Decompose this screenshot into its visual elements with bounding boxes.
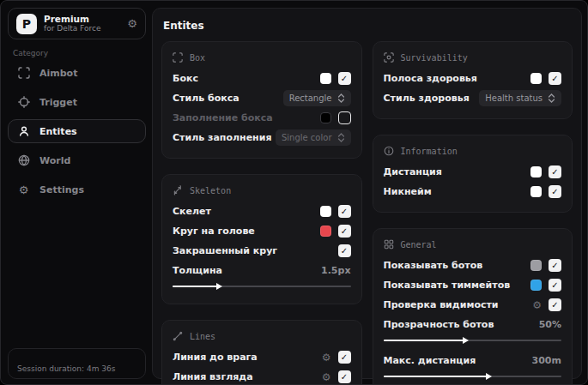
setting-row: Заполнение бокса: [173, 108, 351, 128]
box-style-select[interactable]: Rectangle: [283, 90, 351, 106]
setting-label: Заполнение бокса: [173, 112, 273, 123]
gear-icon[interactable]: ⚙: [322, 352, 331, 363]
card-title: Survivability: [401, 53, 468, 63]
slider-fill[interactable]: [384, 376, 487, 377]
setting-row: Показывать тиммейтов: [384, 275, 562, 295]
card-lines-header: Lines: [173, 331, 351, 341]
setting-row: Макс. дистанция 300m: [384, 351, 562, 370]
main-panel: Entites Box Бокс: [152, 8, 582, 379]
card-information: Information Дистанция Никнейм: [373, 135, 573, 213]
setting-row: Показывать ботов: [384, 256, 562, 275]
select-value: Health status: [485, 93, 543, 103]
sidebar-item-trigget[interactable]: Trigget: [8, 90, 146, 114]
select-value: Rectangle: [289, 93, 332, 103]
setting-row: Никнейм: [384, 182, 562, 202]
sidebar-item-label: World: [39, 155, 70, 166]
premium-title-block: Premium for Delta Force: [44, 14, 120, 33]
setting-label: Линия до врага: [173, 352, 258, 363]
checkbox[interactable]: [338, 111, 351, 124]
sidebar-item-entites[interactable]: Entites: [8, 119, 146, 143]
setting-row: Скелет: [173, 202, 351, 221]
setting-row: Стиль здоровья Health status: [384, 88, 562, 108]
checkbox[interactable]: [549, 72, 561, 85]
crosshair-icon: [17, 96, 30, 109]
color-swatch[interactable]: [320, 73, 331, 84]
setting-row: Прозрачность ботов 50%: [384, 315, 562, 334]
fill-style-select[interactable]: Single color: [276, 129, 351, 146]
checkbox[interactable]: [338, 72, 351, 85]
left-column: Box Бокс Стиль бокса Rectangle: [161, 41, 362, 385]
slider-fill[interactable]: [384, 340, 464, 341]
card-box-header: Box: [173, 52, 351, 63]
checkbox[interactable]: [549, 165, 561, 178]
setting-label: Бокс: [173, 73, 198, 84]
setting-row: Бокс: [173, 69, 351, 88]
slider-value: 300m: [532, 355, 561, 366]
slider-fill[interactable]: [173, 286, 217, 287]
checkbox[interactable]: [549, 185, 561, 198]
color-swatch[interactable]: [530, 186, 542, 197]
sidebar-item-world[interactable]: World: [8, 148, 146, 172]
session-duration-box: Session duration: 4m 36s: [8, 348, 146, 379]
checkbox[interactable]: [549, 279, 561, 292]
globe-icon: [17, 154, 30, 167]
checkbox[interactable]: [549, 259, 561, 272]
sidebar-item-settings[interactable]: ⚙ Settings: [8, 177, 146, 202]
health-style-select[interactable]: Health status: [479, 90, 561, 106]
color-swatch[interactable]: [320, 226, 331, 237]
setting-label: Макс. дистанция: [384, 355, 476, 366]
card-title: General: [401, 240, 437, 250]
setting-row: Полоса здоровья: [384, 69, 562, 88]
setting-row: Линия взгляда ⚙: [173, 367, 351, 385]
page-title: Entites: [163, 20, 581, 32]
card-information-header: Information: [384, 146, 562, 156]
bone-icon: [173, 185, 183, 196]
setting-label: Стиль здоровья: [384, 93, 470, 104]
checkbox[interactable]: [338, 205, 351, 218]
max-distance-slider[interactable]: [384, 372, 562, 381]
card-lines: Lines Линия до врага ⚙ Линия взгляда ⚙: [161, 320, 362, 385]
setting-label: Показывать тиммейтов: [384, 280, 511, 291]
checkbox[interactable]: [549, 298, 561, 311]
checkbox[interactable]: [338, 351, 351, 364]
color-swatch[interactable]: [530, 260, 542, 271]
checkbox[interactable]: [338, 244, 351, 257]
setting-row: Круг на голове: [173, 221, 351, 241]
checkbox[interactable]: [338, 370, 351, 383]
sidebar-item-label: Trigget: [39, 97, 77, 108]
card-survivability-header: Survivability: [384, 52, 562, 63]
slider-value: 1.5px: [321, 265, 350, 276]
checkbox[interactable]: [338, 225, 351, 238]
select-value: Single color: [282, 133, 332, 142]
person-icon: [17, 125, 30, 138]
setting-row: Стиль бокса Rectangle: [173, 88, 351, 108]
color-swatch[interactable]: [530, 73, 542, 84]
color-swatch[interactable]: [530, 280, 542, 291]
setting-label: Скелет: [173, 206, 211, 217]
category-label: Category: [13, 49, 48, 57]
gear-icon[interactable]: ⚙: [322, 372, 331, 382]
thickness-slider[interactable]: [173, 282, 351, 291]
sidebar-item-aimbot[interactable]: Aimbot: [8, 61, 146, 85]
setting-row: Стиль заполнения Single color: [173, 128, 351, 147]
setting-label: Закрашенный круг: [173, 245, 277, 256]
setting-row: Толщина 1.5px: [173, 261, 351, 280]
card-general-header: General: [384, 239, 562, 250]
color-swatch[interactable]: [320, 112, 331, 123]
app-window: P Premium for Delta Force ⚙ Category Aim…: [0, 0, 588, 385]
sidebar: P Premium for Delta Force ⚙ Category Aim…: [1, 1, 152, 384]
session-duration-text: Session duration: 4m 36s: [17, 364, 115, 373]
chevron-up-down-icon: [548, 93, 555, 103]
card-survivability: Survivability Полоса здоровья Стиль здор…: [373, 41, 573, 119]
setting-label: Проверка видимости: [384, 299, 499, 310]
setting-label: Стиль заполнения: [173, 132, 271, 143]
color-swatch[interactable]: [530, 166, 542, 177]
gear-icon[interactable]: ⚙: [532, 300, 542, 310]
card-title: Skeleton: [190, 186, 231, 196]
bot-opacity-slider[interactable]: [384, 336, 562, 345]
info-icon: [384, 146, 394, 156]
color-swatch[interactable]: [320, 206, 331, 217]
grid-icon: [384, 239, 394, 250]
premium-subtitle: for Delta Force: [44, 24, 120, 33]
gear-icon[interactable]: ⚙: [127, 18, 137, 29]
